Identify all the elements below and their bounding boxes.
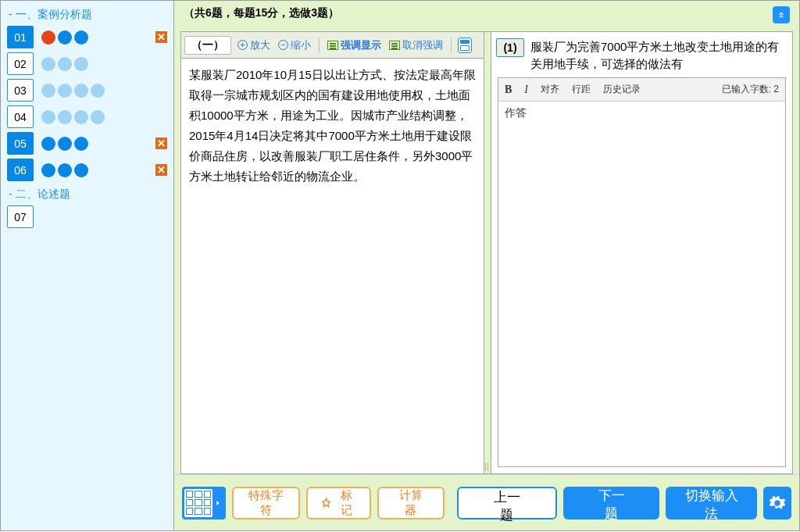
passage-text[interactable]: 某服装厂2010年10月15日以出让方式、按法定最高年限取得一宗城市规划区内的国… [181,59,484,473]
grid-icon [184,489,212,517]
close-icon[interactable]: ✕ [155,137,167,149]
dot-done [41,137,55,151]
dot-pending [58,110,72,124]
layout-toggle-button[interactable] [458,37,472,53]
nav-item-05[interactable]: 05 ✕ [7,131,167,155]
dot-done [74,137,88,151]
answer-textarea[interactable]: 作答 [498,102,785,466]
dot-done [58,163,72,177]
highlight-icon [327,41,338,50]
question-nav-sidebar: 一、案例分析题 01 ✕ 02 03 [1,1,174,530]
progress-dots [41,57,88,71]
separator [319,37,320,53]
content-area: （共6题，每题15分，选做3题） （一） +放大 −缩小 强调显示 取消强调 某… [174,1,799,530]
dot-pending [74,110,88,124]
dot-marked [41,30,55,45]
dot-done [74,163,88,177]
dot-done [58,137,72,151]
nav-num[interactable]: 07 [7,205,34,228]
clear-highlight-icon [389,41,400,50]
grid-nav-button[interactable] [182,487,226,520]
chevron-right-icon [212,489,223,517]
italic-button[interactable]: I [524,84,528,96]
nav-num[interactable]: 05 [7,132,34,155]
mark-button[interactable]: 标记 [306,487,370,520]
content-header: （共6题，每题15分，选做3题） [174,1,799,31]
progress-dots [41,163,88,177]
progress-dots [41,84,105,98]
split-panels: （一） +放大 −缩小 强调显示 取消强调 某服装厂2010年10月15日以出让… [180,31,793,474]
dot-pending [74,84,88,98]
separator [451,37,452,53]
passage-panel: （一） +放大 −缩小 强调显示 取消强调 某服装厂2010年10月15日以出让… [181,32,484,473]
bold-button[interactable]: B [505,84,512,96]
settings-button[interactable] [763,487,791,520]
close-icon[interactable]: ✕ [155,164,167,176]
dot-pending [58,84,72,98]
plus-icon: + [238,40,248,50]
next-question-button[interactable]: 下一题 [563,487,660,520]
sub-question-number: (1) [496,38,524,57]
collapse-up-button[interactable] [773,6,790,23]
nav-item-04[interactable]: 04 [7,105,167,129]
dot-pending [91,110,105,124]
highlight-button[interactable]: 强调显示 [326,37,383,53]
switch-ime-button[interactable]: 切换输入法 [666,487,757,520]
bottom-toolbar: 特殊字符 标记 计算器 上一题 下一题 切换输入法 [174,474,799,530]
close-icon[interactable]: ✕ [155,31,167,43]
answer-panel: (1) 服装厂为完善7000平方米土地改变土地用途的有关用地手续，可选择的做法有… [491,32,792,473]
minus-icon: − [278,40,288,50]
dot-done [41,163,55,177]
special-chars-button[interactable]: 特殊字符 [232,487,300,520]
clear-highlight-button[interactable]: 取消强调 [388,37,445,53]
zoom-out-button[interactable]: −缩小 [277,37,312,53]
gear-icon [769,495,786,512]
dot-pending [74,57,88,71]
app-root: 一、案例分析题 01 ✕ 02 03 [0,0,800,531]
answer-editor: B I 对齐 行距 历史记录 已输入字数: 2 作答 [498,77,786,467]
dot-pending [91,84,105,98]
nav-item-07[interactable]: 07 [7,205,167,229]
align-button[interactable]: 对齐 [541,83,559,96]
dot-pending [58,57,72,71]
dot-pending [41,110,55,124]
dot-done [58,30,72,45]
calculator-button[interactable]: 计算器 [377,487,445,520]
splitter-handle[interactable] [484,32,491,473]
section-title-1[interactable]: 一、案例分析题 [7,5,167,25]
question-text: 服装厂为完善7000平方米土地改变土地用途的有关用地手续，可选择的做法有 [530,38,784,73]
nav-item-06[interactable]: 06 ✕ [7,158,167,182]
question-header: (1) 服装厂为完善7000平方米土地改变土地用途的有关用地手续，可选择的做法有 [491,32,792,77]
editor-toolbar: B I 对齐 行距 历史记录 已输入字数: 2 [498,78,785,102]
nav-num[interactable]: 03 [7,79,34,102]
dot-pending [41,84,55,98]
instruction-text: （共6题，每题15分，选做3题） [184,6,339,20]
star-icon [320,496,332,510]
prev-question-button[interactable]: 上一题 [457,487,557,520]
line-spacing-button[interactable]: 行距 [572,83,591,96]
chevron-double-up-icon [776,9,787,20]
nav-item-02[interactable]: 02 [7,52,167,76]
nav-num[interactable]: 01 [7,26,34,48]
progress-dots [41,137,88,151]
section-title-2[interactable]: 二、论述题 [7,184,167,205]
nav-item-01[interactable]: 01 ✕ [7,25,167,49]
zoom-in-button[interactable]: +放大 [236,37,272,53]
char-count: 已输入字数: 2 [722,83,779,96]
dot-done [74,30,88,45]
case-label: （一） [184,36,231,55]
nav-num[interactable]: 06 [7,159,34,181]
history-button[interactable]: 历史记录 [603,83,641,96]
progress-dots [41,110,105,124]
progress-dots [41,30,88,45]
nav-num[interactable]: 04 [7,105,34,128]
dot-pending [41,57,55,71]
passage-toolbar: （一） +放大 −缩小 强调显示 取消强调 [181,32,484,59]
nav-item-03[interactable]: 03 [7,78,167,102]
nav-num[interactable]: 02 [7,52,34,75]
